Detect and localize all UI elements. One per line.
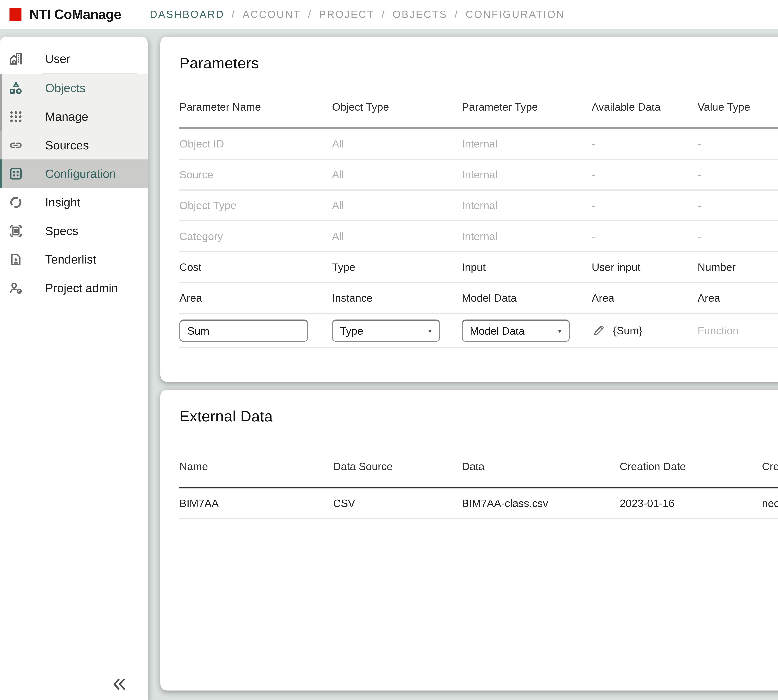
table-cell: CSV xyxy=(333,488,462,519)
breadcrumb: DASHBOARD / ACCOUNT / PROJECT / OBJECTS … xyxy=(150,8,565,20)
table-cell: - xyxy=(698,159,778,190)
parameters-table: Parameter Name Object Type Parameter Typ… xyxy=(179,87,778,348)
parameters-card-header: Parameters + Add Parameter xyxy=(179,37,778,74)
app-root: NTI CoManage DASHBOARD / ACCOUNT / PROJE… xyxy=(0,0,778,700)
header-cell: Data xyxy=(462,446,619,488)
header-cell: Available Data xyxy=(592,87,698,128)
table-cell: Input xyxy=(462,252,592,282)
object-type-select[interactable]: Type ▼ xyxy=(332,320,440,342)
table-cell: All xyxy=(332,159,462,190)
logo-text: NTI CoManage xyxy=(29,7,121,22)
external-data-table: Name Data Source Data Creation Date Crea… xyxy=(179,446,778,519)
value-type-placeholder: Function xyxy=(698,313,778,348)
breadcrumb-separator: / xyxy=(382,8,386,20)
user-gear-icon xyxy=(8,280,24,296)
sidebar-item-label: Specs xyxy=(45,224,78,238)
header-cell: Value Type xyxy=(698,87,778,128)
sidebar-item-tenderlist[interactable]: Tenderlist xyxy=(0,245,148,274)
shapes-icon xyxy=(8,80,24,96)
home-building-icon xyxy=(8,51,24,67)
table-cell: Type xyxy=(332,252,462,282)
table-cell: Internal xyxy=(462,159,592,190)
parameter-type-value: Model Data xyxy=(470,325,524,337)
table-cell: BIM7AA xyxy=(179,488,333,519)
breadcrumb-account[interactable]: ACCOUNT xyxy=(242,8,301,20)
table-cell: Area xyxy=(698,282,778,313)
table-cell: Number xyxy=(698,252,778,282)
table-cell: Internal xyxy=(462,128,592,159)
table-cell: Type ▼ xyxy=(332,313,462,348)
header-cell: Created By xyxy=(762,446,778,488)
table-cell: All xyxy=(332,128,462,159)
external-data-card-header: External Data + Add External Data xyxy=(179,390,778,427)
object-type-value: Type xyxy=(340,325,363,337)
sidebar-item-label: Insight xyxy=(45,195,80,209)
breadcrumb-separator: / xyxy=(232,8,235,20)
sidebar-item-user[interactable]: User xyxy=(0,45,148,73)
sidebar-collapse-button[interactable] xyxy=(110,676,128,692)
table-row: Category All Internal - - 2023-01-31 jtm… xyxy=(179,221,778,252)
table-cell: All xyxy=(332,190,462,221)
table-row: Object Type All Internal - - 2023-01-31 … xyxy=(179,190,778,221)
table-cell: - xyxy=(698,128,778,159)
table-row: Object ID All Internal - - 2023-01-31 jt… xyxy=(179,128,778,159)
table-cell: - xyxy=(592,190,698,221)
table-cell xyxy=(179,313,332,348)
header-cell: Parameter Type xyxy=(462,87,592,128)
header-cell: Name xyxy=(179,446,333,488)
double-chevron-left-icon xyxy=(112,677,127,691)
sidebar-item-configuration[interactable]: Configuration xyxy=(0,160,148,188)
table-cell: {Sum} xyxy=(592,313,698,348)
table-row: Source All Internal - - 2023-01-31 jtm@n… xyxy=(179,159,778,190)
app-shell: User Objects xyxy=(0,28,778,700)
configuration-icon xyxy=(8,166,24,182)
external-data-title: External Data xyxy=(179,408,273,425)
sidebar-item-objects[interactable]: Objects xyxy=(0,74,148,102)
table-cell: User input xyxy=(592,252,698,282)
breadcrumb-configuration[interactable]: CONFIGURATION xyxy=(466,8,565,20)
sidebar-item-insight[interactable]: Insight xyxy=(0,188,148,217)
sidebar-item-label: Objects xyxy=(45,81,85,95)
table-cell: - xyxy=(592,221,698,252)
table-cell: Instance xyxy=(332,282,462,313)
parameters-title: Parameters xyxy=(179,55,259,72)
table-cell: - xyxy=(592,159,698,190)
header-cell: Creation Date xyxy=(620,446,762,488)
breadcrumb-dashboard[interactable]: DASHBOARD xyxy=(150,8,224,20)
sidebar-item-label: User xyxy=(45,52,70,66)
sidebar-item-manage[interactable]: Manage xyxy=(0,102,148,131)
parameters-card: Parameters + Add Parameter Parameter xyxy=(160,37,778,382)
chevron-down-icon: ▼ xyxy=(427,328,433,335)
parameter-type-select[interactable]: Model Data ▼ xyxy=(462,320,570,342)
external-header-row: Name Data Source Data Creation Date Crea… xyxy=(179,446,778,488)
pencil-edit-icon[interactable] xyxy=(592,324,605,337)
sidebar-item-label: Manage xyxy=(45,110,88,123)
sidebar: User Objects xyxy=(0,37,148,700)
table-cell: Object Type xyxy=(179,190,332,221)
breadcrumb-separator: / xyxy=(454,8,458,20)
table-cell: All xyxy=(332,221,462,252)
table-cell: Cost xyxy=(179,252,332,282)
table-cell: 2023-01-16 xyxy=(620,488,762,519)
table-cell: Internal xyxy=(462,221,592,252)
table-cell: Area xyxy=(179,282,332,313)
sidebar-item-label: Configuration xyxy=(45,167,116,181)
table-row: Area Instance Model Data Area Area 2023-… xyxy=(179,282,778,313)
table-cell: - xyxy=(698,190,778,221)
breadcrumb-objects[interactable]: OBJECTS xyxy=(392,8,447,20)
table-cell: BIM7AA-class.csv xyxy=(462,488,619,519)
specs-document-icon xyxy=(8,223,24,239)
parameters-header-row: Parameter Name Object Type Parameter Typ… xyxy=(179,87,778,128)
header-cell: Data Source xyxy=(333,446,462,488)
sidebar-item-project-admin[interactable]: Project admin xyxy=(0,274,148,302)
app-logo: NTI CoManage xyxy=(10,7,121,22)
table-cell: - xyxy=(698,221,778,252)
sidebar-item-sources[interactable]: Sources xyxy=(0,131,148,160)
external-data-card: External Data + Add External Data Name xyxy=(160,390,778,690)
table-cell: Source xyxy=(179,159,332,190)
sidebar-item-specs[interactable]: Specs xyxy=(0,217,148,245)
parameter-name-input[interactable] xyxy=(179,320,308,342)
breadcrumb-project[interactable]: PROJECT xyxy=(319,8,374,20)
table-cell: Category xyxy=(179,221,332,252)
top-bar: NTI CoManage DASHBOARD / ACCOUNT / PROJE… xyxy=(0,0,778,28)
